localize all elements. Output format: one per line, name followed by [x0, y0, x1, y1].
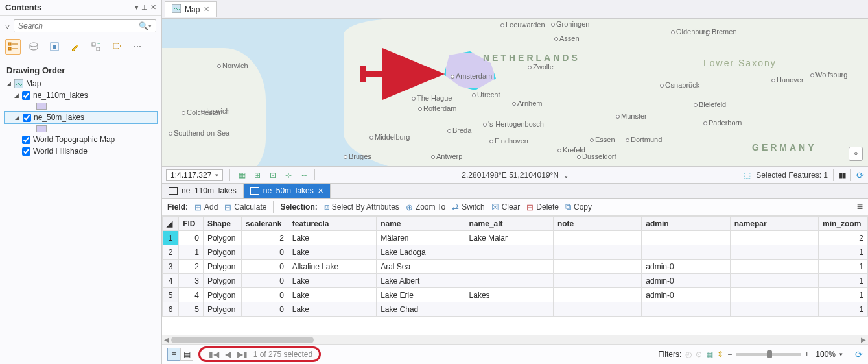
column-header[interactable]: FID — [179, 217, 204, 231]
refresh-icon[interactable]: ⟳ — [856, 170, 864, 180]
scrollbar-thumb[interactable] — [171, 337, 314, 343]
table-row[interactable]: 54Polygon0LakeLake ErieLakesadmin-01 — [163, 288, 868, 302]
list-by-snapping-button[interactable]: + — [88, 39, 104, 55]
clear-button[interactable]: ☒Clear — [491, 202, 521, 212]
snap-grid-button[interactable]: ⊞ — [251, 169, 264, 182]
scroll-left-icon[interactable]: ◀ — [162, 335, 171, 345]
filter-range-icon[interactable]: ⊙ — [696, 350, 702, 359]
city-label: Munster — [621, 112, 647, 120]
filter-extent-icon[interactable]: ▦ — [706, 350, 713, 359]
row-number[interactable]: 5 — [163, 288, 179, 302]
search-dropdown-icon[interactable]: ▾ — [148, 23, 152, 29]
filter-sort-icon[interactable]: ⇕ — [717, 350, 723, 359]
layer-row[interactable]: ◢ne_110m_lakes — [4, 90, 158, 101]
zoom-to-button[interactable]: ⊕Zoom To — [406, 202, 445, 212]
select-by-attributes-button[interactable]: ⧈Select By Attributes — [324, 202, 399, 212]
search-input[interactable] — [18, 21, 139, 30]
refresh-icon[interactable]: ⟳ — [855, 349, 863, 359]
pause-drawing-button[interactable]: ▦ — [235, 169, 248, 182]
table-menu-icon[interactable]: ≡ — [857, 201, 863, 213]
pin-icon[interactable]: ⊥ — [141, 3, 148, 12]
chevron-down-icon[interactable]: ⌄ — [563, 172, 569, 179]
zoom-out-button[interactable]: − — [727, 350, 732, 359]
show-all-button[interactable]: ≡ — [167, 348, 180, 361]
show-selected-button[interactable]: ▤ — [180, 348, 193, 361]
select-all-corner[interactable]: ◢ — [163, 217, 179, 231]
attribute-tab[interactable]: ne_110m_lakes — [162, 184, 244, 198]
layer-row[interactable]: ◢ne_50m_lakes — [4, 111, 158, 124]
svg-rect-1 — [8, 47, 11, 50]
row-number[interactable]: 6 — [163, 302, 179, 317]
map-tab[interactable]: Map ✕ — [165, 1, 217, 17]
column-header[interactable]: featurecla — [288, 217, 376, 231]
dropdown-icon[interactable]: ▾ — [135, 3, 139, 12]
table-row[interactable]: 10Polygon2LakeMälarenLake Malar2 — [163, 231, 868, 245]
list-by-labeling-button[interactable] — [109, 39, 124, 55]
filter-icon[interactable]: ▿ — [5, 21, 10, 31]
layer-checkbox[interactable] — [22, 147, 30, 156]
close-icon[interactable]: ✕ — [318, 187, 323, 195]
list-by-editing-button[interactable] — [67, 39, 83, 55]
dynamic-constraints-button[interactable]: ⊹ — [282, 169, 295, 182]
switch-button[interactable]: ⇄Switch — [452, 202, 484, 212]
calculate-button[interactable]: ⊟Calculate — [224, 202, 266, 212]
map-view[interactable]: LeeuwardenGroningenAssenOldenburgBremenZ… — [162, 19, 868, 167]
city-label: Middelburg — [375, 133, 410, 141]
row-number[interactable]: 2 — [163, 245, 179, 260]
layer-row[interactable]: World Topographic Map — [4, 134, 158, 145]
scroll-right-icon[interactable]: ▶ — [859, 335, 868, 345]
expand-icon[interactable]: ◢ — [14, 114, 20, 121]
column-header[interactable]: name — [377, 217, 465, 231]
layer-checkbox[interactable] — [22, 91, 30, 100]
table-row[interactable]: 21Polygon0LakeLake Ladoga1 — [163, 245, 868, 260]
prev-record-button[interactable]: ◀ — [223, 350, 233, 359]
list-by-selection-button[interactable] — [47, 39, 62, 55]
table-row[interactable]: 65Polygon0LakeLake Chad1 — [163, 302, 868, 317]
delete-button[interactable]: ⊟Delete — [526, 202, 559, 212]
close-icon[interactable]: ✕ — [150, 3, 156, 12]
list-by-drawing-order-button[interactable] — [5, 39, 21, 55]
first-record-button[interactable]: ▮◀ — [207, 350, 221, 359]
layer-checkbox[interactable] — [22, 136, 30, 144]
list-by-source-button[interactable] — [26, 39, 41, 55]
scale-input[interactable]: 1:4.117.327 ▾ — [166, 169, 223, 181]
zoom-in-button[interactable]: + — [804, 350, 809, 359]
table-row[interactable]: 32Polygon0Alkaline LakeAral Seaadmin-01 — [163, 260, 868, 274]
row-number[interactable]: 4 — [163, 274, 179, 288]
city-label: Leeuwarden — [506, 21, 545, 29]
svg-rect-0 — [8, 43, 11, 45]
chevron-down-icon[interactable]: ▾ — [215, 172, 218, 178]
column-header[interactable]: min_zoom — [819, 217, 868, 231]
layer-row[interactable]: World Hillshade — [4, 145, 158, 157]
expand-icon[interactable]: ◢ — [13, 92, 19, 99]
zoom-slider[interactable] — [736, 353, 801, 356]
column-header[interactable]: admin — [642, 217, 730, 231]
column-header[interactable]: scalerank — [242, 217, 288, 231]
next-record-button[interactable]: ▶▮ — [235, 350, 250, 359]
attribute-grid[interactable]: ◢FIDShapescalerankfeatureclanamename_alt… — [162, 216, 868, 335]
row-number[interactable]: 1 — [163, 231, 179, 245]
search-box[interactable]: 🔍 ▾ — [14, 19, 156, 32]
navigator-icon[interactable]: ⌖ — [849, 147, 863, 161]
correction-button[interactable]: ↔ — [298, 169, 311, 182]
more-icon[interactable]: ⋯ — [130, 39, 145, 55]
close-icon[interactable]: ✕ — [204, 5, 209, 14]
column-header[interactable]: namepar — [730, 217, 818, 231]
row-number[interactable]: 3 — [163, 260, 179, 274]
grid-button[interactable]: ⊡ — [266, 169, 279, 182]
tree-map-node[interactable]: ◢ Map — [4, 78, 158, 90]
add-field-button[interactable]: ⊞Add — [194, 202, 218, 212]
column-header[interactable]: Shape — [203, 217, 241, 231]
layer-checkbox[interactable] — [23, 114, 31, 122]
horizontal-scrollbar[interactable]: ◀ ▶ — [162, 335, 868, 344]
column-header[interactable]: note — [553, 217, 641, 231]
chevron-down-icon[interactable]: ▾ — [839, 351, 843, 358]
column-header[interactable]: name_alt — [465, 217, 553, 231]
copy-button[interactable]: ⧉Copy — [565, 202, 592, 212]
expand-icon[interactable]: ◢ — [5, 80, 12, 87]
filter-time-icon[interactable]: ◴ — [685, 350, 692, 359]
search-icon[interactable]: 🔍 — [139, 21, 148, 30]
table-row[interactable]: 43Polygon0LakeLake Albertadmin-01 — [163, 274, 868, 288]
pause-icon[interactable]: ▮▮ — [839, 171, 845, 180]
attribute-tab[interactable]: ne_50m_lakes✕ — [244, 184, 331, 198]
